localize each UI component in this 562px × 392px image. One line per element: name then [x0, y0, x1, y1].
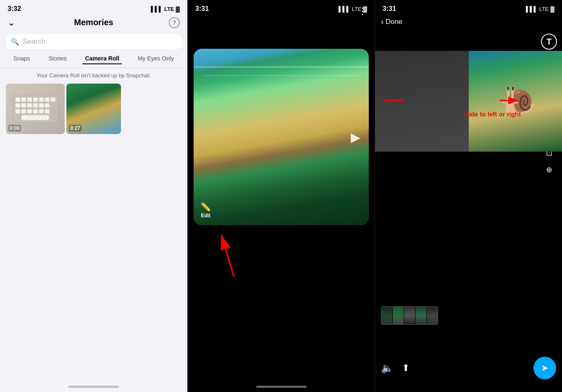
send-button[interactable]: ➤: [533, 357, 556, 379]
time-3: 3:31: [383, 5, 396, 13]
svg-rect-6: [45, 97, 50, 102]
annotation-arrow-edit: [213, 231, 247, 283]
status-bar-3: 3:31 ▌▌▌ LTE ▓: [375, 0, 562, 15]
panel-video-viewer: 3:31 ▌▌▌ LTE ▓ ⋮ ▶ ✏️ Edit: [187, 0, 375, 392]
svg-rect-8: [16, 103, 20, 108]
svg-rect-13: [45, 103, 50, 108]
share-button[interactable]: ⬆: [402, 363, 410, 374]
add-tool-button[interactable]: ⊕: [546, 165, 552, 174]
editor-nav: ‹ Done: [375, 15, 562, 30]
thumbnail-grid: 0:03 0:27: [0, 82, 187, 136]
volume-button[interactable]: 🔈: [381, 362, 394, 374]
bottom-left-buttons: 🔈 ⬆: [381, 362, 410, 374]
home-indicator-1: [68, 386, 119, 388]
filmstrip[interactable]: [381, 306, 438, 325]
tab-camera-roll[interactable]: Camera Roll: [82, 53, 122, 64]
svg-rect-7: [51, 97, 55, 102]
signal-icon-2: ▌▌▌: [339, 6, 350, 12]
help-button[interactable]: ?: [169, 17, 180, 28]
svg-rect-14: [16, 109, 20, 113]
svg-rect-16: [27, 109, 32, 113]
pencil-icon: ✏️: [200, 202, 211, 212]
svg-rect-10: [27, 103, 32, 108]
svg-rect-2: [21, 97, 26, 102]
svg-rect-17: [33, 109, 38, 113]
back-chevron-icon: ‹: [381, 17, 384, 26]
svg-rect-11: [33, 103, 38, 108]
search-bar[interactable]: 🔍 Search: [6, 34, 181, 49]
slide-left-arrow: [383, 95, 404, 107]
panel-video-editor: 3:31 ▌▌▌ LTE ▓ ‹ Done T ✏ 🗒 ✂ ♪ 📎 ⊡ ⊕ �: [375, 0, 562, 392]
slide-right-arrow: [499, 95, 520, 107]
tab-snaps[interactable]: Snaps: [11, 53, 33, 64]
status-bar-2: 3:31 ▌▌▌ LTE ▓: [188, 0, 375, 15]
edit-button[interactable]: ✏️ Edit: [200, 202, 211, 218]
camera-roll-notice: Your Camera Roll isn't backed up by Snap…: [0, 68, 187, 82]
signal-icon-3: ▌▌▌: [526, 6, 538, 12]
video-edit-area[interactable]: 🐌 slide to left o: [375, 51, 562, 152]
svg-line-22: [221, 235, 234, 277]
svg-rect-12: [39, 103, 44, 108]
video-player: ▶ ✏️ Edit: [194, 49, 369, 225]
video-content: [194, 49, 369, 225]
thumbnail-beach[interactable]: 0:27: [66, 84, 121, 134]
svg-rect-4: [33, 97, 38, 102]
svg-rect-1: [16, 97, 20, 102]
home-indicator-2: [256, 386, 307, 388]
page-title: Memories: [74, 18, 113, 27]
bottom-controls: 🔈 ⬆ ➤: [381, 357, 556, 379]
search-input[interactable]: Search: [23, 37, 45, 46]
tab-bar: Snaps Stories Camera Roll My Eyes Only: [0, 53, 187, 68]
time-1: 3:32: [8, 5, 21, 13]
edit-label: Edit: [201, 213, 210, 218]
thumbnail-keyboard[interactable]: 0:03: [6, 84, 65, 134]
signal-icon-1: ▌▌▌: [151, 6, 163, 12]
svg-rect-19: [45, 109, 50, 113]
svg-rect-9: [21, 103, 26, 108]
search-icon: 🔍: [11, 38, 19, 46]
chevron-down-icon[interactable]: ⌄: [8, 17, 15, 28]
time-2: 3:31: [195, 5, 209, 13]
send-icon: ➤: [541, 363, 549, 374]
text-tool-button[interactable]: T: [541, 34, 557, 50]
status-icons-1: ▌▌▌ LTE ▓: [151, 6, 180, 12]
svg-rect-5: [39, 97, 44, 102]
tab-my-eyes-only[interactable]: My Eyes Only: [135, 53, 176, 64]
video-duration-2: 0:27: [69, 125, 81, 132]
status-icons-3: ▌▌▌ LTE ▓: [526, 6, 554, 12]
svg-rect-3: [27, 97, 32, 102]
video-duration-1: 0:03: [8, 125, 21, 132]
battery-icon-1: ▓: [176, 6, 180, 12]
tab-stories[interactable]: Stories: [46, 53, 69, 64]
more-options-button[interactable]: ⋮: [358, 6, 367, 17]
svg-rect-15: [21, 109, 26, 113]
memories-header: ⌄ Memories ?: [0, 15, 187, 32]
lte-label-3: LTE: [539, 6, 549, 12]
lte-label-1: LTE: [164, 6, 174, 12]
battery-icon-3: ▓: [551, 6, 554, 12]
play-button[interactable]: ▶: [351, 130, 360, 145]
slide-instruction-label: slide to left or right: [464, 110, 521, 118]
svg-rect-18: [39, 109, 44, 113]
status-bar-1: 3:32 ▌▌▌ LTE ▓: [0, 0, 187, 15]
panel-memories: 3:32 ▌▌▌ LTE ▓ ⌄ Memories ? 🔍 Search Sna…: [0, 0, 187, 392]
svg-rect-20: [21, 115, 49, 120]
done-label: Done: [386, 18, 403, 26]
done-button[interactable]: ‹ Done: [381, 17, 402, 26]
